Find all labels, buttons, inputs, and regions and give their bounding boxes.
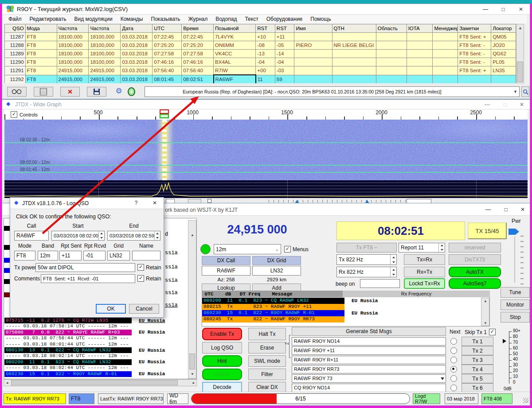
delete-qso-button[interactable]: ✕ — [60, 87, 80, 97]
rx-freq-marker[interactable] — [160, 114, 169, 118]
reserved-button[interactable]: reserved — [449, 243, 501, 253]
tx-message-field[interactable]: RA6WF R9OY 73 — [292, 374, 446, 383]
spy-glasses-button[interactable] — [7, 87, 27, 97]
checkbox-icon[interactable] — [11, 111, 17, 118]
rx-pane-scrollbar[interactable]: ▲ ▼ — [481, 298, 489, 326]
decode-text[interactable]: ----- 03.03.18 08:01:44 UTC ------ 12m -… — [4, 342, 132, 347]
log-row[interactable]: 11291FT824915,00024915,000 03.03.201807:… — [5, 66, 516, 75]
ok-button[interactable]: OK — [96, 304, 126, 314]
tx-slot-button[interactable]: Tx 3 — [462, 355, 493, 365]
menu-item[interactable]: Оборудование — [264, 15, 305, 23]
decode-row[interactable]: 080230 15 0.1 822 ~ R9OY RA6WF R-01 EU R… — [4, 371, 191, 377]
tx-message-field[interactable]: CQ R9OY NO14 — [292, 384, 446, 392]
save-log-button[interactable] — [87, 87, 106, 97]
jtdx-close-button[interactable]: ✕ — [516, 205, 529, 214]
agc-button[interactable]: AGCc — [202, 369, 242, 380]
tune-button[interactable]: Tune — [501, 287, 530, 298]
decode-text[interactable]: 080130 13 0.1 822 ~ CQ RA6WF LN32 — [4, 347, 132, 353]
decode-text[interactable]: 080245 Tx 822 ~ RA6WF R9OY RR73 — [202, 316, 344, 323]
filter-button[interactable]: Filter — [248, 369, 286, 380]
scroll-left-icon[interactable]: ◄ — [5, 381, 9, 385]
decode-text[interactable]: ----- 03.03.18 08:02:14 UTC ------ 12m -… — [4, 353, 132, 359]
mixw-maximize-button[interactable]: □ — [497, 5, 510, 14]
tx-select-radio[interactable] — [450, 347, 457, 354]
tx-message-field[interactable]: RA6WF R9OY +11 — [292, 346, 446, 355]
menu-item[interactable]: Файл — [6, 15, 24, 23]
menu-item[interactable]: Редактировать — [27, 15, 69, 23]
dialog-help-button[interactable]: ? — [132, 200, 140, 206]
erase-button[interactable]: Erase — [248, 342, 286, 354]
widegraph-minimize-button[interactable]: — — [481, 100, 494, 109]
dx-grid-header[interactable]: DX Grid — [252, 256, 301, 265]
col-rst-rcvd[interactable]: RST — [275, 24, 294, 33]
tx-mode-button[interactable]: Tx FT8 ~ — [336, 243, 397, 253]
decode-text[interactable]: 080215 Tx 823 ~ RA6WF R9OY +11 — [202, 304, 344, 310]
settings-gear-icon[interactable]: ⚙ — [113, 86, 124, 97]
end-field[interactable]: 03/03/2018 08:02:59 — [107, 231, 160, 241]
autotx-button[interactable]: AutoTX — [449, 267, 501, 277]
col-time[interactable]: Время — [182, 24, 214, 33]
skip-tx1-checkbox[interactable]: Skip Tx 1 — [465, 329, 496, 335]
jtdx-maximize-button[interactable]: □ — [499, 205, 512, 214]
pwr-slider-track[interactable] — [514, 237, 515, 283]
tx-message-field[interactable]: RA6WF R9OY RR73 — [292, 365, 446, 373]
report-spinner[interactable]: Report 11 — [399, 243, 445, 253]
decode-text[interactable]: ----- 03.03.18 07:58:44 UTC ------ 12m -… — [4, 335, 132, 341]
freq-ruler[interactable]: 5001000150020002500 — [4, 109, 528, 120]
dialog-close-button[interactable]: ✕ — [151, 200, 159, 206]
decode-row[interactable]: 080130 13 0.1 822 ~ CQ RA6WF LN32 EU Rus… — [4, 347, 191, 353]
scroll-up-icon[interactable]: ▲ — [484, 299, 487, 303]
name-field[interactable] — [132, 251, 160, 260]
tx-message-field[interactable]: RA6WF R9OY R+11 — [292, 356, 446, 364]
col-freq2[interactable]: Частота — [89, 24, 121, 33]
tx-select-radio[interactable] — [450, 357, 457, 363]
table-scrollbar[interactable]: ▲ — [516, 24, 524, 83]
swl-mode-button[interactable]: SWL mode — [248, 355, 286, 367]
tx-slot-button[interactable]: Tx 4 — [462, 365, 493, 374]
monitor-button[interactable]: Monitor — [501, 299, 530, 310]
col-rst-sent[interactable]: RST — [256, 24, 275, 33]
call-field[interactable]: RA6WF — [14, 231, 49, 241]
decode-text[interactable]: ----- 03.03.18 08:02:44 UTC ------ 12m -… — [4, 365, 132, 371]
band-field[interactable]: 12m — [38, 251, 58, 260]
tx-countdown-button[interactable]: TX 15/45 — [468, 222, 507, 239]
scroll-down-icon[interactable]: ▼ — [484, 321, 487, 325]
rig-status-lamp[interactable] — [200, 244, 211, 254]
dx-call-field[interactable]: RA6WF — [202, 266, 250, 276]
checkbox-icon[interactable] — [137, 275, 144, 282]
scroll-up-icon[interactable]: ▲ — [191, 233, 194, 237]
mixw-close-button[interactable]: ✕ — [514, 5, 528, 14]
checkbox-icon[interactable] — [489, 329, 496, 335]
log-row[interactable]: 11292FT824915,00024915,000 03.03.201808:… — [5, 75, 516, 83]
lockd-button[interactable]: Lockd Tx=Rx — [404, 278, 445, 289]
menu-item[interactable]: Журнал — [186, 15, 210, 23]
tx-select-radio[interactable] — [450, 385, 457, 391]
tx-select-radio[interactable] — [450, 338, 457, 345]
dx-info-combobox[interactable]: European Russia (Rep. of Daghestan) [DA]… — [145, 86, 520, 97]
hint-button[interactable]: Hint — [202, 355, 242, 367]
clear-dx-button[interactable]: Clear DX — [248, 382, 286, 392]
col-qso[interactable]: QSO — [5, 24, 26, 33]
decode-text[interactable]: ----- 03.03.18 07:58:14 UTC ------ 12m -… — [4, 323, 132, 329]
tx-slot-button[interactable]: Tx 2 — [462, 346, 493, 355]
col-qth[interactable]: QTH — [332, 24, 376, 33]
tx-select-radio[interactable] — [450, 366, 457, 373]
col-oblast[interactable]: Область — [376, 24, 407, 33]
gain-slider[interactable] — [269, 200, 406, 202]
rpt-rcvd-field[interactable]: -01 — [83, 251, 106, 260]
decode-row[interactable]: 075715 -11 0.2 1276 ~ CQ R7IW LN35 EU Ru… — [4, 318, 191, 323]
scrollbar-thumb[interactable] — [11, 380, 178, 385]
band-select[interactable]: 12m ⌄ — [214, 244, 281, 254]
col-notes[interactable]: Заметки — [458, 24, 491, 33]
col-iota[interactable]: IOTA — [407, 24, 433, 33]
decode-text[interactable]: 075800 7 0.0 822 ~ RA9YE RA6WF R+03 — [4, 330, 132, 335]
waterfall[interactable]: 08:02:30 - 12m 08:02:00 - 12m 08:01:45 -… — [4, 120, 528, 180]
controls-checkbox[interactable]: Controls — [9, 111, 39, 118]
dx-call-header[interactable]: DX Call — [202, 256, 250, 265]
scroll-right-icon[interactable]: ► — [192, 381, 196, 385]
retain-power-checkbox[interactable]: Retain — [137, 264, 161, 271]
rx-freq-spinner[interactable]: Rx 822 Hz — [336, 267, 397, 277]
checkbox-icon[interactable] — [284, 246, 291, 253]
col-callsign[interactable]: Позывной — [214, 24, 256, 33]
band-activity-vscrollbar[interactable]: ▲ ▼ — [188, 220, 196, 379]
